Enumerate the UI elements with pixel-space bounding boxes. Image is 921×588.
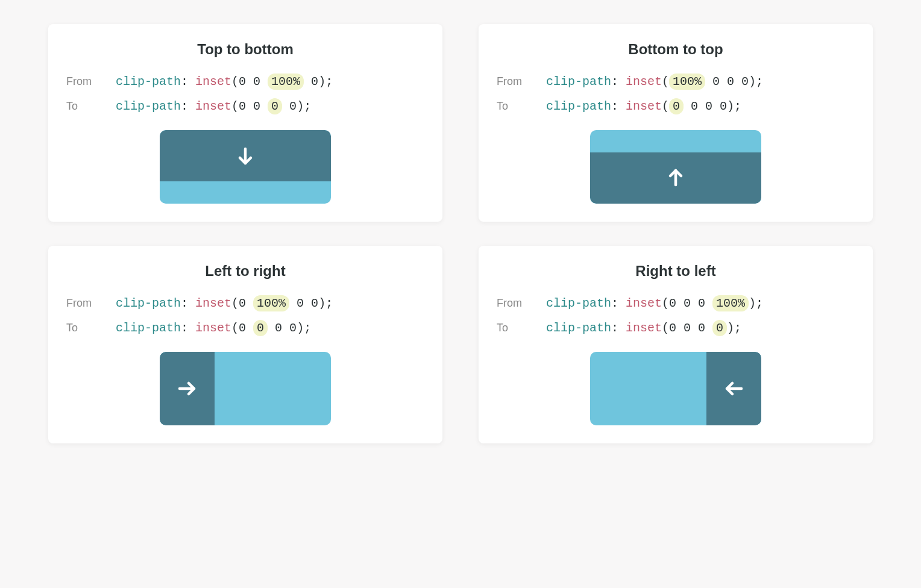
- code-to: clip-path: inset(0 0 0 0);: [546, 321, 741, 335]
- row-label-from: From: [66, 75, 99, 88]
- demo-overlay: [590, 152, 761, 204]
- highlight-value: 100%: [712, 295, 749, 311]
- demo-wrap: [66, 352, 424, 425]
- arrow-left-icon: [723, 378, 745, 399]
- card-title: Left to right: [66, 263, 424, 280]
- demo-box: [590, 352, 761, 425]
- highlight-value: 0: [268, 98, 282, 114]
- row-label-to: To: [66, 100, 99, 113]
- code-row-from: From clip-path: inset(0 0 100% 0);: [66, 75, 424, 89]
- row-label-to: To: [497, 322, 529, 334]
- code-from: clip-path: inset(0 100% 0 0);: [116, 296, 333, 310]
- code-row-from: From clip-path: inset(0 0 0 100%);: [497, 296, 855, 310]
- highlight-value: 0: [712, 320, 727, 336]
- card-left-to-right: Left to right From clip-path: inset(0 10…: [48, 246, 442, 443]
- card-right-to-left: Right to left From clip-path: inset(0 0 …: [479, 246, 873, 443]
- demo-box: [160, 130, 331, 204]
- highlight-value: 0: [253, 320, 268, 336]
- demo-overlay: [160, 352, 215, 425]
- card-title: Bottom to top: [497, 41, 855, 58]
- card-top-to-bottom: Top to bottom From clip-path: inset(0 0 …: [48, 24, 442, 222]
- code-from: clip-path: inset(100% 0 0 0);: [546, 75, 763, 89]
- code-to: clip-path: inset(0 0 0 0);: [546, 99, 741, 113]
- demo-box: [590, 130, 761, 204]
- code-row-to: To clip-path: inset(0 0 0 0);: [66, 99, 424, 113]
- highlight-value: 100%: [253, 295, 289, 311]
- demo-overlay: [160, 130, 331, 181]
- row-label-from: From: [497, 75, 529, 88]
- arrow-up-icon: [665, 167, 687, 189]
- demo-wrap: [497, 130, 855, 204]
- code-to: clip-path: inset(0 0 0 0);: [116, 99, 311, 113]
- arrow-right-icon: [176, 378, 198, 399]
- card-title: Top to bottom: [66, 41, 424, 58]
- code-row-to: To clip-path: inset(0 0 0 0);: [497, 99, 855, 113]
- demo-overlay: [706, 352, 761, 425]
- highlight-value: 100%: [669, 74, 705, 90]
- code-row-from: From clip-path: inset(100% 0 0 0);: [497, 75, 855, 89]
- demo-wrap: [497, 352, 855, 425]
- code-row-from: From clip-path: inset(0 100% 0 0);: [66, 296, 424, 310]
- card-bottom-to-top: Bottom to top From clip-path: inset(100%…: [479, 24, 873, 222]
- highlight-value: 0: [669, 98, 684, 114]
- card-title: Right to left: [497, 263, 855, 280]
- row-label-to: To: [66, 322, 99, 334]
- row-label-from: From: [497, 297, 529, 310]
- code-row-to: To clip-path: inset(0 0 0 0);: [66, 321, 424, 335]
- code-to: clip-path: inset(0 0 0 0);: [116, 321, 311, 335]
- code-row-to: To clip-path: inset(0 0 0 0);: [497, 321, 855, 335]
- row-label-to: To: [497, 100, 529, 113]
- demo-box: [160, 352, 331, 425]
- card-grid: Top to bottom From clip-path: inset(0 0 …: [48, 24, 873, 443]
- code-from: clip-path: inset(0 0 0 100%);: [546, 296, 763, 310]
- highlight-value: 100%: [268, 74, 304, 90]
- arrow-down-icon: [234, 145, 256, 167]
- code-from: clip-path: inset(0 0 100% 0);: [116, 75, 333, 89]
- row-label-from: From: [66, 297, 99, 310]
- demo-wrap: [66, 130, 424, 204]
